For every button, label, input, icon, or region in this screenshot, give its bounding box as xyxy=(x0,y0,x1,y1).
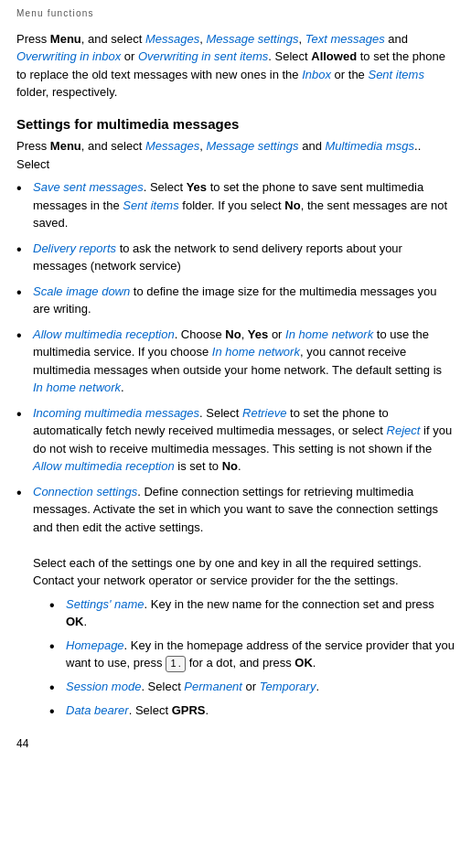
link-delivery-reports: Delivery reports xyxy=(33,241,116,255)
bullet-dot: • xyxy=(49,679,62,696)
bullet-dot: • xyxy=(16,327,29,344)
link-settings-name: Settings' name xyxy=(66,597,145,611)
section-intro: Press Menu, and select Messages, Message… xyxy=(16,137,455,173)
list-item: • Incoming multimedia messages. Select R… xyxy=(16,404,455,476)
bullet-dot: • xyxy=(16,284,29,301)
list-item: • Session mode. Select Permanent or Temp… xyxy=(49,678,455,696)
bullet-content-scale: Scale image down to define the image siz… xyxy=(33,283,455,318)
list-item: • Save sent messages. Select Yes to set … xyxy=(16,178,455,232)
link-overwriting-inbox: Overwriting in inbox xyxy=(16,49,121,63)
list-item: • Allow multimedia reception. Choose No,… xyxy=(16,326,455,397)
page-wrapper: Menu functions Press Menu, and select Me… xyxy=(0,0,471,771)
no-bold-2: No xyxy=(225,327,241,341)
gprs-bold: GPRS xyxy=(172,703,206,717)
bullet-dot: • xyxy=(16,484,29,501)
yes-bold-1: Yes xyxy=(187,180,207,194)
list-item: • Data bearer. Select GPRS. xyxy=(49,702,455,720)
page-number: 44 xyxy=(16,736,455,752)
link-temporary: Temporary xyxy=(260,680,316,693)
menu-bold-2: Menu xyxy=(50,139,81,153)
link-sent-items-1: Sent items xyxy=(368,68,423,81)
link-connection-settings: Connection settings xyxy=(33,485,137,498)
bullet-dot: • xyxy=(49,702,62,720)
list-item: • Connection settings. Define connection… xyxy=(16,483,455,725)
link-reject: Reject xyxy=(387,423,421,437)
sub-bullet-list: • Settings' name. Key in the new name fo… xyxy=(49,595,455,720)
link-scale-image: Scale image down xyxy=(33,284,130,298)
yes-bold-2: Yes xyxy=(248,327,268,341)
menu-bold-1: Menu xyxy=(50,32,81,46)
sub-bullet-data-bearer: Data bearer. Select GPRS. xyxy=(66,702,455,720)
list-item: • Settings' name. Key in the new name fo… xyxy=(49,595,455,631)
no-bold-1: No xyxy=(284,198,300,212)
link-sent-items-2: Sent items xyxy=(123,198,178,212)
link-allow-reception: Allow multimedia reception xyxy=(33,327,175,341)
link-messages-1: Messages xyxy=(145,32,199,46)
link-homepage: Homepage xyxy=(66,638,124,652)
link-multimedia-msgs: Multimedia msgs xyxy=(325,139,414,153)
link-message-settings-1: Message settings xyxy=(206,32,298,46)
intro-paragraph: Press Menu, and select Messages, Message… xyxy=(16,30,455,102)
link-in-home-1: In home network xyxy=(285,327,373,341)
link-allow-reception-2: Allow multimedia reception xyxy=(33,459,175,473)
connection-extra-text: Select each of the settings one by one a… xyxy=(33,556,422,588)
list-item: • Delivery reports to ask the network to… xyxy=(16,240,455,275)
link-permanent: Permanent xyxy=(184,680,242,693)
no-bold-3: No xyxy=(222,459,238,473)
link-save-sent: Save sent messages xyxy=(33,180,144,194)
link-incoming-mms: Incoming multimedia messages xyxy=(33,406,199,420)
allowed-bold: Allowed xyxy=(311,49,357,63)
link-message-settings-2: Message settings xyxy=(206,139,298,153)
list-item: • Scale image down to define the image s… xyxy=(16,283,455,318)
sub-bullet-homepage: Homepage. Key in the homepage address of… xyxy=(66,637,455,672)
bullet-content-connection: Connection settings. Define connection s… xyxy=(33,483,455,725)
list-item: • Homepage. Key in the homepage address … xyxy=(49,637,455,672)
link-overwriting-sent: Overwriting in sent items xyxy=(138,49,268,63)
link-session-mode: Session mode xyxy=(66,680,141,693)
bullet-content-delivery: Delivery reports to ask the network to s… xyxy=(33,240,455,275)
sub-bullet-session-mode: Session mode. Select Permanent or Tempor… xyxy=(66,678,455,696)
link-data-bearer: Data bearer xyxy=(66,703,129,717)
link-messages-2: Messages xyxy=(145,139,199,153)
ok-bold-1: OK xyxy=(66,615,84,628)
bullet-dot: • xyxy=(16,241,29,258)
main-bullet-list: • Save sent messages. Select Yes to set … xyxy=(16,178,455,725)
header-label: Menu functions xyxy=(16,7,455,21)
bullet-content-save-sent: Save sent messages. Select Yes to set th… xyxy=(33,178,455,232)
ok-bold-2: OK xyxy=(294,656,313,670)
link-in-home-3: In home network xyxy=(33,380,121,394)
bullet-dot: • xyxy=(16,179,29,197)
section-heading: Settings for multimedia messages xyxy=(16,114,455,134)
link-retrieve: Retrieve xyxy=(242,406,286,420)
link-text-messages: Text messages xyxy=(305,32,385,46)
link-inbox: Inbox xyxy=(302,68,331,81)
link-in-home-2: In home network xyxy=(212,345,300,359)
bullet-content-allow: Allow multimedia reception. Choose No, Y… xyxy=(33,326,455,397)
sub-bullet-settings-name: Settings' name. Key in the new name for … xyxy=(66,595,455,631)
bullet-dot: • xyxy=(16,405,29,423)
key-1-icon: 1 . xyxy=(166,656,186,671)
bullet-dot: • xyxy=(49,638,62,655)
bullet-dot: • xyxy=(49,596,62,614)
bullet-content-incoming: Incoming multimedia messages. Select Ret… xyxy=(33,404,455,476)
